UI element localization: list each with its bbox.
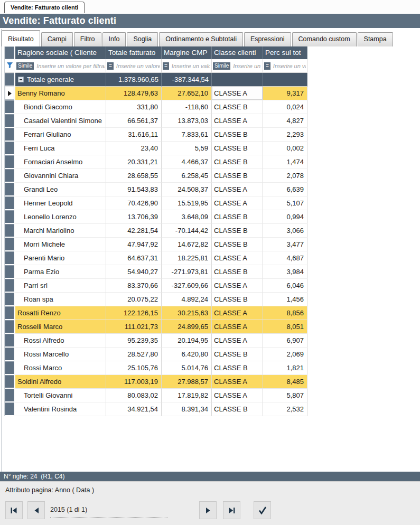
document-tab[interactable]: Vendite: Fatturato clienti <box>4 2 85 13</box>
cell-totale-fatturato[interactable]: 70.426,90 <box>106 196 162 210</box>
row-indicator[interactable] <box>5 293 14 306</box>
filter-cell-col3[interactable]: =Inserire un valore per filtrare <box>162 59 212 73</box>
table-row[interactable]: Giovannini Chiara28.658,556.258,45CLASSE… <box>5 169 307 183</box>
cell-perc-sul-tot[interactable]: 6,046 <box>263 279 307 293</box>
last-page-button[interactable] <box>223 501 240 519</box>
table-row[interactable]: Tortelli Giovanni80.083,0217.819,82CLASS… <box>5 389 307 402</box>
row-indicator[interactable] <box>5 155 14 169</box>
cell-ragione-sociale[interactable]: Rosatti Renzo <box>15 306 106 320</box>
cell-totale-fatturato[interactable]: 34.921,54 <box>106 402 162 416</box>
equals-operator-badge[interactable]: = <box>163 62 169 70</box>
column-header-ragione-sociale[interactable]: Ragione sociale ( Cliente <box>15 46 106 59</box>
cell-classe-clienti[interactable]: CLASSE A <box>212 375 263 389</box>
cell-ragione-sociale[interactable]: Grandi Leo <box>15 183 106 196</box>
cell-margine-cmp[interactable]: 4.892,24 <box>162 293 212 306</box>
cell-totale-fatturato[interactable]: 331,80 <box>106 100 162 114</box>
cell-ragione-sociale[interactable]: Soldini Alfredo <box>15 375 106 389</box>
cell-ragione-sociale[interactable]: Rossi Marcello <box>15 348 106 361</box>
current-row-indicator[interactable] <box>5 87 14 100</box>
cell-classe-clienti[interactable]: CLASSE A <box>212 279 263 293</box>
cell-totale-fatturato[interactable]: 47.947,92 <box>106 238 162 251</box>
cell-perc-sul-tot[interactable]: 8,051 <box>263 320 307 334</box>
table-row[interactable]: Casadei Valentini Simone66.561,3713.873,… <box>5 114 307 128</box>
cell-perc-sul-tot[interactable]: 4,827 <box>263 114 307 128</box>
confirm-page-button[interactable] <box>254 501 271 519</box>
cell-totale-fatturato[interactable]: 31.616,11 <box>106 128 162 142</box>
cell-classe-clienti[interactable]: CLASSE A <box>212 114 263 128</box>
cell-totale-fatturato[interactable]: 111.021,73 <box>106 320 162 334</box>
cell-classe-clienti[interactable]: CLASSE A <box>212 87 263 100</box>
cell-classe-clienti[interactable]: CLASSE A <box>212 389 263 402</box>
cell-perc-sul-tot[interactable]: 5,807 <box>263 389 307 402</box>
cell-perc-sul-tot[interactable]: 2,069 <box>263 348 307 361</box>
column-header-perc-sul-tot[interactable]: Perc sul tot <box>263 46 307 59</box>
cell-perc-sul-tot[interactable]: 4,687 <box>263 251 307 265</box>
table-row[interactable]: Roan spa20.075,224.892,24CLASSE B1,456 <box>5 293 307 306</box>
tab-soglia[interactable]: Soglia <box>127 32 158 46</box>
cell-ragione-sociale[interactable]: Ferri Luca <box>15 142 106 155</box>
row-indicator[interactable] <box>5 196 14 210</box>
tab-filtro[interactable]: Filtro <box>74 32 101 46</box>
cell-margine-cmp[interactable]: 27.652,10 <box>162 87 212 100</box>
cell-classe-clienti[interactable]: CLASSE B <box>212 142 263 155</box>
row-indicator[interactable] <box>5 238 14 251</box>
cell-margine-cmp[interactable]: -271.973,81 <box>162 265 212 279</box>
cell-totale-fatturato[interactable]: 23,40 <box>106 142 162 155</box>
row-indicator[interactable] <box>5 128 14 142</box>
tab-info[interactable]: Info <box>102 32 126 46</box>
cell-totale-fatturato[interactable]: 54.940,27 <box>106 265 162 279</box>
like-operator-badge[interactable]: Simile <box>16 62 34 70</box>
row-indicator[interactable] <box>5 389 14 402</box>
cell-totale-fatturato[interactable]: 20.075,22 <box>106 293 162 306</box>
filter-cell-col1[interactable]: SimileInserire un valore per filtrare <box>15 59 106 73</box>
cell-perc-sul-tot[interactable]: 5,107 <box>263 196 307 210</box>
table-row[interactable]: Rossi Alfredo95.239,3520.194,95CLASSE A6… <box>5 334 307 348</box>
cell-margine-cmp[interactable]: 5,59 <box>162 142 212 155</box>
cell-perc-sul-tot[interactable]: 3,984 <box>263 265 307 279</box>
table-row[interactable]: Leonello Lorenzo13.706,393.648,09CLASSE … <box>5 210 307 224</box>
cell-classe-clienti[interactable]: CLASSE B <box>212 238 263 251</box>
row-indicator[interactable] <box>5 114 14 128</box>
cell-perc-sul-tot[interactable]: 0,994 <box>263 210 307 224</box>
cell-ragione-sociale[interactable]: Roan spa <box>15 293 106 306</box>
table-row[interactable]: Rossi Marcello28.527,806.420,80CLASSE B2… <box>5 348 307 361</box>
row-indicator[interactable] <box>5 306 14 320</box>
cell-ragione-sociale[interactable]: Casadei Valentini Simone <box>15 114 106 128</box>
cell-totale-fatturato[interactable]: 95.239,35 <box>106 334 162 348</box>
row-indicator[interactable] <box>5 348 14 361</box>
cell-totale-fatturato[interactable]: 117.003,19 <box>106 375 162 389</box>
cell-totale-fatturato[interactable]: 28.527,80 <box>106 348 162 361</box>
cell-ragione-sociale[interactable]: Benny Romano <box>15 87 106 100</box>
cell-margine-cmp[interactable]: 24.899,65 <box>162 320 212 334</box>
cell-ragione-sociale[interactable]: Marchi Mariolino <box>15 224 106 238</box>
cell-margine-cmp[interactable]: 15.519,95 <box>162 196 212 210</box>
cell-classe-clienti[interactable]: CLASSE A <box>212 334 263 348</box>
cell-margine-cmp[interactable]: 24.508,37 <box>162 183 212 196</box>
row-indicator[interactable] <box>5 210 14 224</box>
cell-perc-sul-tot[interactable]: 2,532 <box>263 402 307 416</box>
cell-classe-clienti[interactable]: CLASSE B <box>212 128 263 142</box>
cell-perc-sul-tot[interactable]: 8,485 <box>263 375 307 389</box>
row-indicator[interactable] <box>5 361 14 375</box>
cell-classe-clienti[interactable]: CLASSE B <box>212 361 263 375</box>
cell-margine-cmp[interactable]: 3.648,09 <box>162 210 212 224</box>
cell-classe-clienti[interactable]: CLASSE B <box>212 265 263 279</box>
table-row[interactable]: Parenti Mario64.637,3118.225,81CLASSE A4… <box>5 251 307 265</box>
cell-perc-sul-tot[interactable]: 2,293 <box>263 128 307 142</box>
cell-ragione-sociale[interactable]: Giovannini Chiara <box>15 169 106 183</box>
cell-ragione-sociale[interactable]: Tortelli Giovanni <box>15 389 106 402</box>
cell-margine-cmp[interactable]: 8.391,34 <box>162 402 212 416</box>
row-indicator[interactable] <box>5 375 14 389</box>
cell-classe-clienti[interactable]: CLASSE B <box>212 293 263 306</box>
table-row[interactable]: Biondi Giacomo331,80-118,60CLASSE B0,024 <box>5 100 307 114</box>
row-indicator[interactable] <box>5 334 14 348</box>
cell-totale-fatturato[interactable]: 20.331,21 <box>106 155 162 169</box>
table-row[interactable]: Parri srl83.370,66-327.609,66CLASSE A6,0… <box>5 279 307 293</box>
cell-classe-clienti[interactable]: CLASSE A <box>212 251 263 265</box>
column-header-totale-fatturato[interactable]: Totale fatturato <box>106 46 162 59</box>
cell-margine-cmp[interactable]: 6.258,45 <box>162 169 212 183</box>
cell-classe-clienti[interactable]: CLASSE B <box>212 100 263 114</box>
filter-cell-col5[interactable]: =Inserire un valore per filtrare <box>263 59 307 73</box>
tab-espressioni[interactable]: Espressioni <box>244 32 291 46</box>
cell-perc-sul-tot[interactable]: 3,477 <box>263 238 307 251</box>
